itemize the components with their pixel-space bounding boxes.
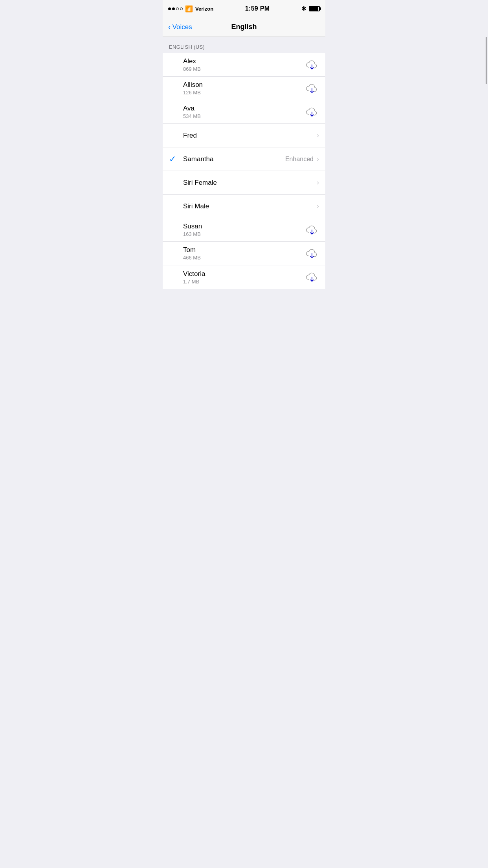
page-title: English: [231, 23, 257, 31]
list-item-siri-female[interactable]: ✓Siri Female›: [163, 171, 325, 195]
back-label: Voices: [172, 23, 192, 31]
item-name-victoria: Victoria: [183, 270, 305, 278]
signal-dot-1: [168, 7, 171, 10]
signal-dot-2: [172, 7, 175, 10]
item-content-samantha: Samantha: [183, 155, 285, 163]
chevron-icon-samantha: ›: [317, 155, 319, 163]
item-size-ava: 534 MB: [183, 113, 305, 119]
item-content-ava: Ava534 MB: [183, 105, 305, 119]
list-item-siri-male[interactable]: ✓Siri Male›: [163, 195, 325, 218]
list-item-ava[interactable]: ✓Ava534 MB: [163, 100, 325, 124]
item-content-susan: Susan163 MB: [183, 223, 305, 237]
item-size-allison: 126 MB: [183, 90, 305, 96]
item-name-ava: Ava: [183, 105, 305, 112]
signal-icon: [168, 7, 183, 10]
item-name-samantha: Samantha: [183, 155, 285, 163]
item-right-siri-male: ›: [317, 202, 319, 210]
section-header-english-us: ENGLISH (US): [163, 37, 325, 53]
item-content-alex: Alex869 MB: [183, 57, 305, 72]
item-size-victoria: 1.7 MB: [183, 279, 305, 285]
back-button[interactable]: ‹ Voices: [167, 22, 194, 33]
signal-dot-4: [180, 7, 183, 10]
item-right-samantha: Enhanced›: [285, 155, 319, 163]
back-chevron-icon: ‹: [168, 23, 171, 31]
clock: 1:59 PM: [245, 5, 270, 12]
checkmark-samantha: ✓: [169, 154, 178, 164]
bluetooth-icon: ✱: [301, 5, 306, 12]
list-item-samantha[interactable]: ✓SamanthaEnhanced›: [163, 147, 325, 171]
battery-fill: [310, 7, 318, 11]
item-name-alex: Alex: [183, 57, 305, 65]
item-content-siri-female: Siri Female: [183, 179, 317, 187]
list-english-us: ✓Alex869 MB ✓Allison126 MB ✓Ava534 MB ✓F…: [163, 53, 325, 289]
chevron-icon-fred: ›: [317, 131, 319, 140]
item-content-victoria: Victoria1.7 MB: [183, 270, 305, 285]
item-content-siri-male: Siri Male: [183, 202, 317, 210]
status-right: ✱: [301, 5, 320, 12]
item-right-tom: [305, 246, 319, 261]
status-bar: 📶 Verizon 1:59 PM ✱: [163, 0, 325, 17]
item-name-siri-male: Siri Male: [183, 202, 317, 210]
item-size-alex: 869 MB: [183, 66, 305, 72]
download-icon-allison[interactable]: [305, 81, 319, 96]
item-content-fred: Fred: [183, 132, 317, 140]
item-right-siri-female: ›: [317, 178, 319, 187]
item-name-fred: Fred: [183, 132, 317, 140]
download-icon-tom[interactable]: [305, 246, 319, 261]
navigation-bar: ‹ Voices English: [163, 17, 325, 37]
item-right-victoria: [305, 270, 319, 284]
item-right-alex: [305, 58, 319, 72]
item-name-susan: Susan: [183, 223, 305, 230]
item-name-siri-female: Siri Female: [183, 179, 317, 187]
chevron-icon-siri-female: ›: [317, 178, 319, 187]
item-right-susan: [305, 223, 319, 237]
download-icon-ava[interactable]: [305, 105, 319, 119]
carrier-label: Verizon: [195, 6, 213, 12]
list-item-tom[interactable]: ✓Tom466 MB: [163, 242, 325, 265]
download-icon-susan[interactable]: [305, 223, 319, 237]
item-name-tom: Tom: [183, 246, 305, 254]
list-item-alex[interactable]: ✓Alex869 MB: [163, 53, 325, 77]
main-content: ENGLISH (US)✓Alex869 MB ✓Allison126 MB ✓…: [163, 37, 325, 289]
download-icon-victoria[interactable]: [305, 270, 319, 284]
battery-icon: [309, 6, 320, 11]
item-size-susan: 163 MB: [183, 231, 305, 237]
item-right-fred: ›: [317, 131, 319, 140]
item-content-allison: Allison126 MB: [183, 81, 305, 96]
chevron-icon-siri-male: ›: [317, 202, 319, 210]
wifi-icon: 📶: [185, 5, 193, 13]
download-icon-alex[interactable]: [305, 58, 319, 72]
item-right-ava: [305, 105, 319, 119]
list-item-susan[interactable]: ✓Susan163 MB: [163, 218, 325, 242]
item-badge-samantha: Enhanced: [285, 156, 314, 163]
list-item-fred[interactable]: ✓Fred›: [163, 124, 325, 147]
item-name-allison: Allison: [183, 81, 305, 89]
section-header-english-australia: ENGLISH (AUSTRALIA): [163, 289, 325, 289]
item-size-tom: 466 MB: [183, 255, 305, 261]
list-item-allison[interactable]: ✓Allison126 MB: [163, 77, 325, 100]
signal-dot-3: [176, 7, 179, 10]
item-right-allison: [305, 81, 319, 96]
item-content-tom: Tom466 MB: [183, 246, 305, 261]
list-item-victoria[interactable]: ✓Victoria1.7 MB: [163, 265, 325, 289]
status-left: 📶 Verizon: [168, 5, 213, 13]
